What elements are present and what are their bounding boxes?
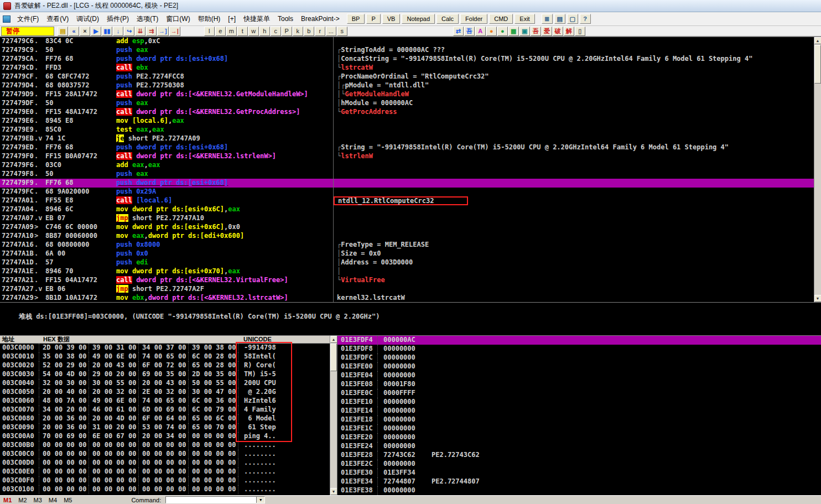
ai-red-icon[interactable]: 爱 (542, 27, 552, 36)
stack-row[interactable]: 01E3FDF800000000 (337, 345, 821, 354)
memory-tab-m5[interactable]: M5 (64, 497, 72, 503)
dump-row[interactable]: 003C004032 00 30 0030 00 55 0020 00 43 0… (0, 379, 337, 388)
combo-dropdown-icon[interactable]: ▼ (256, 497, 264, 503)
dump-row[interactable]: 003C008020 00 36 0020 00 4D 006F 00 64 0… (0, 414, 337, 423)
disasm-row[interactable]: 727479D9.FF15 28A17472call dword ptr ds:… (0, 90, 821, 99)
help-icon[interactable]: ? (580, 14, 591, 24)
dump-row[interactable]: 003C00F000 00 00 0000 00 00 0000 00 00 0… (0, 476, 337, 485)
stack-row[interactable]: 01E3FE1800000000 (337, 415, 821, 424)
dump-row[interactable]: 003C00E000 00 00 0000 00 00 0000 00 00 0… (0, 467, 337, 476)
disasm-row[interactable]: 72747A09>C746 6C 00000mov dword ptr ds:[… (0, 223, 821, 232)
stack-row[interactable]: 01E3FE0C0000FFFF (337, 389, 821, 398)
stack-row[interactable]: 01E3FE3800000000 (337, 486, 821, 495)
interface-toggle-icon[interactable]: ⇄ (453, 27, 464, 36)
disasm-row[interactable]: 727479F0.FF15 B0A07472call dword ptr ds:… (0, 152, 821, 161)
disasm-row[interactable]: 727479E6.8945 E8mov [local.6],eax (0, 117, 821, 126)
menu-item[interactable]: 快捷菜单 (240, 12, 274, 25)
menu-item[interactable]: 窗口(W) (162, 12, 194, 25)
stack-row[interactable]: 01E3FE1400000000 (337, 407, 821, 415)
doc-icon[interactable]: ▯ (575, 27, 585, 36)
stack-row[interactable]: 01E3FE0400000000 (337, 371, 821, 380)
menu-quick-button[interactable]: Folder (460, 14, 487, 24)
disasm-row[interactable]: 727479E0.FF15 48A17472call dword ptr ds:… (0, 108, 821, 117)
window-icon[interactable]: ▣ (519, 27, 530, 36)
pause-icon[interactable]: ▮▮ (102, 27, 112, 36)
dump-row[interactable]: 003C001035 00 38 0049 00 6E 0074 00 65 0… (0, 352, 337, 361)
grid-icon[interactable]: ▦ (508, 27, 519, 36)
memory-tab-m2[interactable]: M2 (18, 497, 27, 503)
green-dot-icon[interactable]: ● (497, 27, 508, 36)
stack-row[interactable]: 01E3FDFC00000000 (337, 354, 821, 362)
stack-row[interactable]: 01E3FE2000000000 (337, 433, 821, 442)
run-icon[interactable]: ▶ (91, 27, 101, 36)
menu-quick-button[interactable]: P (366, 14, 380, 24)
pane-letter-button[interactable]: e (215, 27, 226, 36)
stack-row[interactable]: 01E3FE3001E3FF34 (337, 469, 821, 477)
menu-quick-button[interactable]: Notepad (402, 14, 435, 24)
menu-item[interactable]: 选项(T) (133, 12, 162, 25)
stack-pane[interactable]: 01E3FDF4000000AC01E3FDF80000000001E3FDFC… (337, 336, 821, 495)
command-combobox[interactable]: ▼ (165, 496, 265, 503)
dump-row[interactable]: 003C00002D 00 39 0039 00 31 0034 00 37 0… (0, 344, 337, 352)
disasm-row[interactable]: 72747A07.vEB 07jmp short PE2.72747A10 (0, 214, 821, 223)
pane-letter-button[interactable]: b (304, 27, 314, 36)
scroll-up-icon[interactable]: ▲ (330, 336, 337, 343)
disasm-row[interactable]: 727479F9.FF76 68push dword ptr ds:[esi+0… (0, 179, 821, 188)
disasm-row[interactable]: 72747A1B.6A 00push 0x0│Size = 0x0 (0, 250, 821, 258)
restart-icon[interactable]: « (69, 27, 79, 36)
pane-letter-button[interactable]: ... (326, 27, 336, 36)
memory-tab-m1[interactable]: M1 (3, 497, 12, 503)
disasm-row[interactable]: 72747A27.vEB 06jmp short PE2.72747A2F (0, 285, 821, 294)
dump-scroll-thumb[interactable] (330, 344, 337, 371)
pane-letter-button[interactable]: s (337, 27, 347, 36)
disasm-row[interactable]: 72747A04.8946 6Cmov dword ptr ds:[esi+0x… (0, 205, 821, 214)
pane-letter-button[interactable]: l (204, 27, 215, 36)
disasm-row[interactable]: 727479FC.68 9A020000push 0x29A (0, 188, 821, 196)
wu-blue-icon[interactable]: 吾 (464, 27, 475, 36)
disasm-row[interactable]: 72747A01.FF55 E8call [local.6]ntdll_12.R… (0, 196, 821, 205)
dump-row[interactable]: 003C00A070 00 69 006E 00 67 0020 00 34 0… (0, 432, 337, 441)
disasm-row[interactable]: 727479ED.FF76 68push dword ptr ds:[esi+0… (0, 143, 821, 152)
scroll-down-icon[interactable]: ▼ (330, 488, 337, 495)
disasm-row[interactable]: 727479F6.03C0add eax,eax (0, 161, 821, 170)
disasm-row[interactable]: 727479CA.FF76 68push dword ptr ds:[esi+0… (0, 55, 821, 64)
menu-item[interactable]: BreakPoint-> (297, 12, 344, 25)
po-red-icon[interactable]: 破 (553, 27, 563, 36)
disasm-scroll-thumb[interactable] (814, 45, 821, 84)
pane-letter-button[interactable]: t (237, 27, 248, 36)
animate-into-icon[interactable]: ⇊ (135, 27, 146, 36)
dump-row[interactable]: 003C00D000 00 00 0000 00 00 0000 00 00 0… (0, 459, 337, 467)
disasm-row[interactable]: 72747A1E.8946 70mov dword ptr ds:[esi+0x… (0, 267, 821, 276)
wu-red-icon[interactable]: 吾 (531, 27, 541, 36)
stack-row[interactable]: 01E3FE3472744807PE2.72744807 (337, 477, 821, 486)
disasm-row[interactable]: 72747A29>8B1D 10A17472mov ebx,dword ptr … (0, 294, 821, 302)
dump-row[interactable]: 003C003054 00 4D 0029 00 20 0069 00 35 0… (0, 370, 337, 379)
layout-icon[interactable]: ≣ (542, 14, 553, 24)
stack-row[interactable]: 01E3FE1000000000 (337, 398, 821, 407)
disasm-row[interactable]: 727479C9.50push eax┌StringToAdd = 000000… (0, 46, 821, 55)
dump-row[interactable]: 003C00C000 00 00 0000 00 00 0000 00 00 0… (0, 450, 337, 459)
menu-item[interactable]: 调试(D) (72, 12, 103, 25)
stack-row[interactable]: 01E3FE2872743C62PE2.72743C62 (337, 451, 821, 460)
dump-row[interactable]: 003C00B000 00 00 0000 00 00 0000 00 00 0… (0, 441, 337, 450)
memory-tab-m4[interactable]: M4 (49, 497, 57, 503)
jie-red-icon[interactable]: 解 (564, 27, 574, 36)
disasm-scrollbar[interactable]: ▲ ▼ (814, 37, 821, 302)
animate-over-icon[interactable]: ⇉ (146, 27, 157, 36)
menu-quick-button[interactable]: VB (382, 14, 401, 24)
pane-letter-button[interactable]: k (293, 27, 303, 36)
step-into-icon[interactable]: ↓ (113, 27, 123, 36)
pane-letter-button[interactable]: c (271, 27, 281, 36)
step-over-icon[interactable]: ↪ (124, 27, 134, 36)
menu-item[interactable]: 帮助(H) (194, 12, 225, 25)
appearance-icon[interactable]: A (475, 27, 486, 36)
memory-tab-m3[interactable]: M3 (34, 497, 42, 503)
pane-letter-button[interactable]: r (315, 27, 325, 36)
mdi-child-icon[interactable] (3, 15, 11, 23)
menu-item[interactable]: Tools (274, 12, 297, 25)
dump-row[interactable]: 003C005020 00 40 0020 00 32 002E 00 32 0… (0, 388, 337, 397)
stack-row[interactable]: 01E3FE1C00000000 (337, 424, 821, 433)
open-file-icon[interactable]: ▤ (58, 27, 68, 36)
disasm-row[interactable]: 727479DF.50push eax│hModule = 000000AC (0, 99, 821, 108)
dump-row[interactable]: 003C006048 00 7A 0049 00 6E 0074 00 65 0… (0, 397, 337, 406)
